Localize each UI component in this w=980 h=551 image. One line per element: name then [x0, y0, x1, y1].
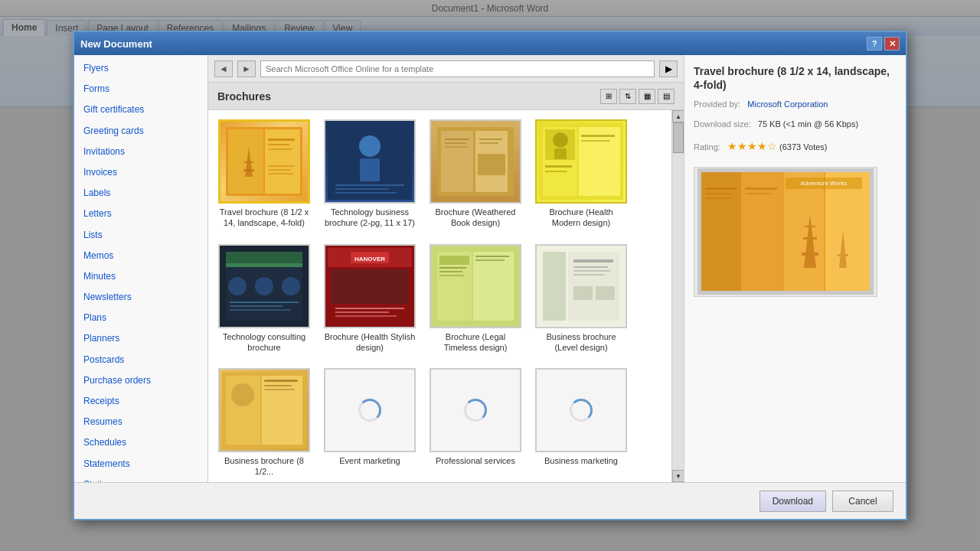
- dialog-footer: Download Cancel: [74, 482, 906, 519]
- svg-rect-23: [445, 146, 468, 148]
- sort-az-button[interactable]: ⇅: [619, 89, 636, 104]
- sidebar-item-invoices[interactable]: Invoices: [74, 162, 207, 183]
- download-button[interactable]: Download: [760, 491, 826, 512]
- sidebar-item-invitations[interactable]: Invitations: [74, 142, 207, 162]
- forward-button[interactable]: ►: [237, 60, 256, 77]
- svg-point-42: [255, 277, 273, 295]
- template-legal-timeless[interactable]: Brochure (Legal Timeless design): [426, 241, 525, 357]
- sidebar-item-statements[interactable]: Statements: [74, 454, 207, 474]
- sidebar-item-labels[interactable]: Labels: [74, 183, 207, 204]
- sidebar: Flyers Forms Gift certificates Greeting …: [74, 55, 208, 482]
- templates-grid: Travel brochure (8 1/2 x 14, landscape, …: [208, 110, 671, 482]
- svg-rect-63: [475, 259, 505, 261]
- template-weathered-book[interactable]: Brochure (Weathered Book design): [426, 116, 525, 232]
- sidebar-item-purchase-orders[interactable]: Purchase orders: [74, 370, 207, 391]
- sidebar-item-forms[interactable]: Forms: [74, 79, 207, 99]
- svg-point-76: [231, 383, 254, 406]
- sidebar-item-minutes[interactable]: Minutes: [74, 266, 207, 287]
- template-label-health-modern: Brochure (Health Modern design): [534, 207, 628, 229]
- svg-rect-70: [573, 274, 604, 276]
- template-health-stylish[interactable]: HANOVER Brochure (Heal: [320, 241, 420, 357]
- svg-rect-79: [264, 389, 295, 390]
- svg-rect-83: [743, 172, 782, 291]
- svg-rect-78: [264, 385, 292, 386]
- sidebar-item-plans[interactable]: Plans: [74, 308, 207, 328]
- dialog-body: Flyers Forms Gift certificates Greeting …: [74, 55, 906, 482]
- scroll-up-arrow[interactable]: ▲: [672, 110, 684, 122]
- svg-rect-24: [479, 139, 502, 140]
- close-button[interactable]: ✕: [884, 37, 900, 51]
- sidebar-item-postcards[interactable]: Postcards: [74, 350, 207, 370]
- rating-label: Rating:: [694, 142, 720, 152]
- rating-votes: (6373 Votes): [779, 142, 827, 152]
- svg-point-41: [228, 277, 247, 295]
- template-event-marketing[interactable]: Event marketing: [320, 365, 420, 481]
- svg-rect-8: [268, 148, 292, 150]
- svg-rect-89: [802, 253, 818, 256]
- svg-rect-4: [243, 169, 254, 171]
- template-professional-services[interactable]: Professional services: [426, 365, 525, 481]
- view-medium-button[interactable]: ▤: [658, 89, 675, 104]
- sidebar-item-gift-certificates[interactable]: Gift certificates: [74, 99, 207, 120]
- sort-icon: ⊞: [606, 92, 612, 100]
- template-label-travel: Travel brochure (8 1/2 x 14, landscape, …: [217, 207, 311, 229]
- template-tech-consulting[interactable]: Technology consulting brochure: [214, 241, 314, 357]
- svg-rect-82: [701, 172, 741, 291]
- template-business-marketing[interactable]: Business marketing: [531, 365, 631, 481]
- cancel-button[interactable]: Cancel: [832, 491, 893, 512]
- template-business-biz[interactable]: Business brochure (8 1/2...: [214, 365, 314, 481]
- svg-rect-94: [705, 187, 737, 190]
- forward-icon: ►: [242, 64, 251, 74]
- preview-image: Adventure Works: [694, 167, 877, 297]
- spinner-1: [358, 399, 381, 422]
- sidebar-item-letters[interactable]: Letters: [74, 204, 207, 224]
- template-label-tech-consulting: Technology consulting brochure: [217, 331, 311, 354]
- back-button[interactable]: ◄: [214, 60, 233, 77]
- svg-rect-65: [543, 252, 566, 321]
- template-travel-brochure[interactable]: Travel brochure (8 1/2 x 14, landscape, …: [214, 116, 314, 232]
- svg-rect-98: [745, 193, 772, 194]
- spinner-3: [570, 399, 593, 422]
- sidebar-item-planners[interactable]: Planners: [74, 328, 207, 349]
- download-size-value: 75 KB (<1 min @ 56 Kbps): [758, 119, 858, 129]
- help-button[interactable]: ?: [867, 37, 882, 51]
- sidebar-item-newsletters[interactable]: Newsletters: [74, 287, 207, 308]
- search-input[interactable]: [260, 60, 655, 77]
- provided-by-row: Provided by: Microsoft Corporation: [694, 98, 897, 112]
- sidebar-item-resumes[interactable]: Resumes: [74, 412, 207, 432]
- view-large-button[interactable]: ▦: [639, 89, 655, 104]
- template-tech-business[interactable]: Technology business brochure (2-pg, 11 x…: [320, 116, 420, 232]
- svg-rect-35: [581, 135, 615, 137]
- svg-rect-58: [439, 256, 469, 265]
- sidebar-item-lists[interactable]: Lists: [74, 225, 207, 246]
- svg-rect-52: [335, 308, 404, 309]
- svg-rect-60: [439, 271, 462, 272]
- template-thumb-legal: [430, 244, 521, 328]
- svg-rect-25: [479, 142, 498, 144]
- scroll-down-arrow[interactable]: ▼: [672, 470, 684, 482]
- new-document-dialog: New Document ? ✕ Flyers Forms Gift certi…: [73, 31, 907, 520]
- template-thumb-health-modern: [535, 119, 627, 204]
- template-thumb-tech-business: [324, 119, 416, 204]
- sidebar-item-flyers[interactable]: Flyers: [74, 58, 207, 79]
- template-business-level[interactable]: Business brochure (Level design): [531, 241, 631, 357]
- svg-rect-51: [332, 269, 408, 304]
- sidebar-item-memos[interactable]: Memos: [74, 246, 207, 266]
- search-go-button[interactable]: ▶: [659, 60, 678, 77]
- svg-rect-10: [268, 169, 291, 171]
- scroll-thumb[interactable]: [673, 122, 684, 153]
- help-icon: ?: [872, 39, 877, 48]
- template-label-business-biz: Business brochure (8 1/2...: [217, 455, 311, 478]
- sidebar-item-stationery[interactable]: Stationery: [74, 474, 207, 482]
- sidebar-item-greeting-cards[interactable]: Greeting cards: [74, 121, 207, 142]
- rating-stars: ★★★★☆: [727, 140, 777, 152]
- template-health-modern[interactable]: Brochure (Health Modern design): [531, 116, 631, 232]
- spinner-2: [464, 399, 487, 422]
- sidebar-item-schedules[interactable]: Schedules: [74, 432, 207, 453]
- sidebar-item-receipts[interactable]: Receipts: [74, 391, 207, 412]
- svg-rect-33: [545, 165, 572, 168]
- view-medium-icon: ▤: [663, 92, 670, 100]
- content-area: ◄ ► ▶ Brochures ⊞: [208, 55, 684, 482]
- sort-button[interactable]: ⊞: [600, 89, 617, 104]
- svg-rect-57: [473, 252, 514, 321]
